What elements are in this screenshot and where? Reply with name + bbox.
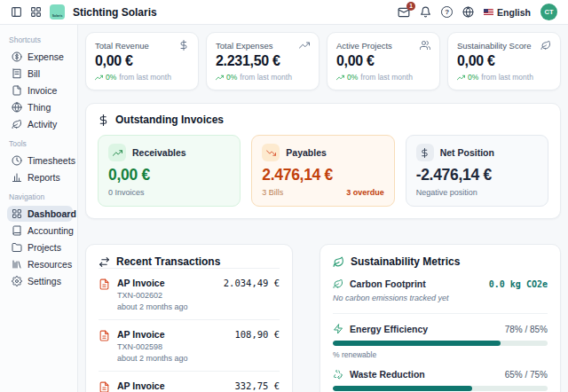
file-text-icon [99, 330, 110, 341]
metric-ratio: 78% / 85% [505, 325, 548, 334]
stat-card-total-revenue[interactable]: Total Revenue 0,00 € 0% from last month [85, 32, 199, 90]
stat-card-active-projects[interactable]: Active Projects 0,00 € 0% from last mont… [327, 32, 440, 90]
dollar-icon [98, 114, 109, 126]
locale-globe-button[interactable] [462, 6, 474, 18]
bar-chart-icon [12, 172, 22, 183]
file-text-icon [99, 278, 110, 290]
sidebar-item-label: Dashboard [28, 208, 76, 219]
users-icon [420, 40, 430, 51]
metric-sub: % renewable [333, 350, 548, 359]
transaction-row[interactable]: AP Invoice TXN-002598 about 2 months ago… [99, 319, 280, 371]
stat-value: 2.231,50 € [216, 53, 310, 69]
payables-card[interactable]: Payables 2.476,14 € 3 Bills 3 overdue [251, 135, 394, 207]
messages-button[interactable]: 1 [398, 6, 410, 19]
metric-ratio: 65% / 75% [505, 370, 548, 380]
sidebar-item-label: Bill [28, 68, 40, 79]
sidebar-item-label: Invoice [28, 85, 57, 96]
transaction-time: about 2 months ago [117, 302, 188, 311]
bottom-row: Recent Transactions AP Invoice TXN-00260… [85, 244, 561, 392]
sidebar-item-projects[interactable]: Projects [7, 239, 73, 255]
sidebar-item-bill[interactable]: Bill [7, 66, 73, 82]
carbon-value: 0.0 kg CO2e [489, 279, 548, 289]
stat-card-sustainability-score[interactable]: Sustainability Score 0,00 € 0% from last… [447, 32, 561, 90]
main-content: Total Revenue 0,00 € 0% from last month … [78, 25, 568, 392]
sustainability-metrics-card: Sustainability Metrics Carbon Footprint … [320, 244, 561, 392]
sidebar-item-resources[interactable]: Resources [7, 256, 73, 272]
transaction-row[interactable]: AP Invoice TXN-002601 2 months ago 332,7… [99, 371, 280, 392]
transaction-name: AP Invoice [117, 380, 166, 391]
gear-icon [12, 276, 22, 286]
leaf-icon [333, 278, 343, 289]
payables-sub: 3 Bills [262, 188, 283, 197]
carbon-label: Carbon Footprint [350, 278, 426, 289]
sidebar-item-activity[interactable]: Activity [7, 116, 73, 132]
dollar-icon [420, 148, 430, 158]
stat-change: 0% [347, 73, 358, 82]
progress-fill [333, 386, 472, 391]
grid-icon [12, 208, 22, 219]
sidebar-item-invoice[interactable]: Invoice [7, 82, 73, 98]
notifications-button[interactable] [420, 6, 431, 18]
divider [333, 313, 548, 314]
section-title: Outstanding Invoices [115, 114, 224, 126]
stat-change-text: from last month [360, 73, 413, 82]
section-title: Recent Transactions [116, 255, 220, 268]
net-position-card[interactable]: Net Position -2.476,14 € Negative positi… [406, 135, 548, 207]
sidebar-item-label: Expense [28, 51, 64, 62]
payables-value: 2.476,14 € [262, 166, 383, 184]
header-actions: 1 ? English CT [398, 4, 557, 20]
clock-icon [12, 155, 22, 166]
outstanding-invoices-card: Outstanding Invoices Receivables 0,00 € … [85, 103, 561, 219]
folder-icon [12, 242, 22, 253]
trending-up-icon [457, 74, 465, 82]
metric-energy-efficiency: Energy Efficiency 78% / 85% % renewable [333, 324, 548, 359]
stat-title: Total Revenue [95, 41, 149, 51]
net-position-label: Net Position [440, 147, 494, 158]
sidebar-item-thing[interactable]: Thing [7, 99, 73, 115]
sidebar-item-label: Activity [28, 119, 57, 129]
sidebar-item-accounting[interactable]: Accounting [7, 223, 73, 239]
stat-title: Active Projects [336, 41, 392, 51]
stat-value: 0,00 € [95, 53, 189, 69]
sidebar-item-label: Resources [28, 259, 72, 270]
recent-transactions-card: Recent Transactions AP Invoice TXN-00260… [85, 244, 293, 392]
payables-label: Payables [286, 147, 327, 158]
apps-grid-button[interactable] [30, 6, 42, 18]
help-button[interactable]: ? [441, 6, 453, 18]
sidebar-section-tools: Tools [9, 139, 71, 148]
carbon-note: No carbon emissions tracked yet [333, 294, 548, 302]
org-title: Stichting Solaris [73, 6, 157, 19]
stat-value: 0,00 € [336, 53, 430, 69]
stats-row: Total Revenue 0,00 € 0% from last month … [85, 32, 561, 90]
metric-label: Waste Reduction [350, 369, 425, 380]
transaction-row[interactable]: AP Invoice TXN-002602 about 2 months ago… [99, 268, 280, 319]
sidebar-item-expense[interactable]: Expense [7, 49, 73, 65]
stat-change-text: from last month [119, 73, 171, 82]
section-title: Sustainability Metrics [351, 255, 460, 268]
org-logo[interactable]: Solaris [50, 4, 65, 20]
sidebar-item-settings[interactable]: Settings [7, 273, 73, 289]
top-header: Solaris Stichting Solaris 1 ? English CT [0, 0, 568, 25]
sidebar-item-dashboard[interactable]: Dashboard [7, 206, 73, 222]
receivables-sub: 0 Invoices [108, 188, 145, 197]
stat-change: 0% [468, 73, 478, 82]
language-selector[interactable]: English [484, 7, 531, 18]
us-flag-icon [484, 9, 493, 16]
transaction-ref: TXN-002602 [117, 291, 188, 300]
sidebar-item-timesheets[interactable]: Timesheets [7, 153, 73, 169]
stat-card-total-expenses[interactable]: Total Expenses 2.231,50 € 0% from last m… [206, 32, 320, 90]
progress-track [333, 341, 548, 346]
recycle-icon [333, 369, 343, 380]
help-circle-icon: ? [441, 6, 453, 18]
sidebar-toggle-button[interactable] [11, 6, 22, 18]
globe-icon [12, 102, 22, 113]
overdue-badge: 3 overdue [346, 188, 384, 197]
stat-change-text: from last month [240, 73, 292, 82]
arrows-left-right-icon [99, 256, 110, 268]
user-avatar[interactable]: CT [540, 4, 557, 20]
receivables-chip [108, 144, 126, 161]
receivables-card[interactable]: Receivables 0,00 € 0 Invoices [98, 135, 241, 207]
stat-title: Sustainability Score [457, 41, 531, 51]
sidebar-item-reports[interactable]: Reports [7, 169, 73, 185]
progress-track [333, 386, 548, 391]
